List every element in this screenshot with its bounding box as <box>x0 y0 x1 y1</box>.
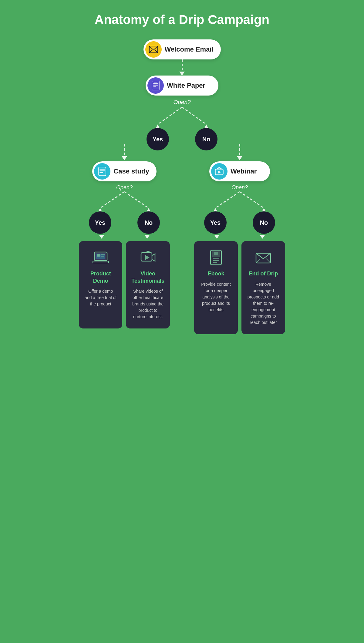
email-icon <box>145 41 162 58</box>
case-study-branch: Open? Yes No <box>79 181 170 218</box>
svg-marker-32 <box>145 255 150 260</box>
svg-rect-45 <box>214 252 218 255</box>
svg-line-21 <box>124 192 149 208</box>
flowchart: Welcome Email White Paper Open? <box>62 39 302 334</box>
end-of-drip-card: End of Drip Remove unengaged prospects o… <box>241 241 285 334</box>
svg-rect-7 <box>154 82 157 82</box>
product-demo-card: Product Demo Offer a demo and a free tri… <box>79 241 122 328</box>
svg-marker-10 <box>156 124 160 128</box>
svg-line-47 <box>256 259 260 263</box>
document-icon <box>147 77 164 94</box>
casestudy-icon <box>94 163 110 180</box>
no-circle-2: No <box>137 211 160 234</box>
branch-whitepaper: Open? Yes No <box>118 96 246 135</box>
laptop-icon <box>92 248 110 267</box>
svg-rect-28 <box>101 256 104 257</box>
white-paper-label: White Paper <box>167 82 205 89</box>
end-of-drip-title: End of Drip <box>249 270 278 277</box>
connector-1 <box>179 59 185 76</box>
white-paper-node: White Paper <box>146 76 218 96</box>
svg-rect-6 <box>153 86 156 87</box>
svg-line-48 <box>266 259 271 263</box>
video-testimonials-card: Video Testimonials Share videos of other… <box>126 241 170 328</box>
svg-text:Open?: Open? <box>231 184 248 190</box>
case-study-node: Case study <box>92 161 156 181</box>
email-end-icon <box>254 248 272 267</box>
yes-circle-3: Yes <box>204 211 227 234</box>
case-study-label: Case study <box>113 167 149 175</box>
svg-rect-14 <box>99 169 105 170</box>
welcome-email-label: Welcome Email <box>165 45 214 53</box>
webinar-node: Webinar <box>209 161 270 181</box>
svg-marker-12 <box>204 124 208 128</box>
product-demo-title: Product Demo <box>84 270 117 284</box>
ebook-title: Ebook <box>207 270 224 277</box>
svg-line-9 <box>158 107 182 124</box>
page-title: Anatomy of a Drip Campaign <box>95 12 269 27</box>
svg-text:Open?: Open? <box>116 184 133 190</box>
video-icon <box>139 248 157 267</box>
svg-rect-15 <box>99 170 105 171</box>
svg-rect-5 <box>153 85 158 86</box>
welcome-email-node: Welcome Email <box>143 39 221 59</box>
svg-rect-17 <box>99 168 102 168</box>
svg-rect-27 <box>101 254 105 255</box>
level2-branches: Case study Open? Yes No <box>79 144 285 334</box>
ebook-icon <box>207 248 225 267</box>
right-branch: Webinar Open? Yes No <box>194 144 285 334</box>
svg-text:Open?: Open? <box>173 99 190 105</box>
svg-marker-37 <box>214 208 217 211</box>
left-branch: Case study Open? Yes No <box>79 144 170 334</box>
svg-rect-16 <box>99 172 103 173</box>
end-of-drip-desc: Remove unengaged prospects or add them t… <box>247 281 280 326</box>
webinar-label: Webinar <box>231 167 257 175</box>
video-testimonials-desc: Share videos of other healthcare brands … <box>131 288 164 320</box>
svg-line-19 <box>100 192 124 208</box>
left-result-cards: Product Demo Offer a demo and a free tri… <box>79 241 170 328</box>
ebook-desc: Provide content for a deeper analysis of… <box>200 281 232 313</box>
svg-rect-26 <box>97 254 100 257</box>
svg-rect-4 <box>153 83 158 84</box>
svg-rect-30 <box>98 261 103 261</box>
svg-marker-39 <box>262 208 266 211</box>
svg-marker-20 <box>98 208 102 211</box>
ebook-card: Ebook Provide content for a deeper analy… <box>194 241 238 334</box>
product-demo-desc: Offer a demo and a free trial of the pro… <box>84 288 117 307</box>
svg-line-11 <box>182 107 206 124</box>
yes-circle-2: Yes <box>89 211 111 234</box>
webinar-branch: Open? Yes No <box>194 181 285 218</box>
webinar-icon <box>211 163 228 180</box>
svg-line-36 <box>215 192 240 208</box>
svg-marker-22 <box>147 208 150 211</box>
video-testimonials-title: Video Testimonials <box>131 270 164 284</box>
svg-line-38 <box>240 192 264 208</box>
right-result-cards: Ebook Provide content for a deeper analy… <box>194 241 285 334</box>
no-circle-3: No <box>253 211 275 234</box>
